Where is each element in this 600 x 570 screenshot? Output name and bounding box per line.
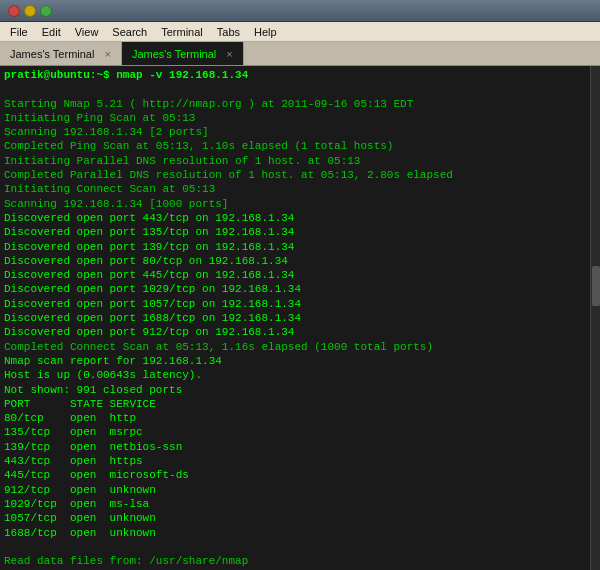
terminal-line-16: Discovered open port 1057/tcp on 192.168… [4,297,586,311]
terminal-line-14: Discovered open port 445/tcp on 192.168.… [4,268,586,282]
terminal-line-22: Not shown: 991 closed ports [4,383,586,397]
title-bar [0,0,600,22]
terminal-line-1 [4,82,586,96]
terminal-line-8: Initiating Connect Scan at 05:13 [4,182,586,196]
terminal-wrapper: pratik@ubuntu:~$ nmap -v 192.168.1.34 St… [0,66,600,570]
menu-item-file[interactable]: File [4,24,34,40]
menu-item-edit[interactable]: Edit [36,24,67,40]
terminal-content[interactable]: pratik@ubuntu:~$ nmap -v 192.168.1.34 St… [0,66,590,570]
terminal-line-3: Initiating Ping Scan at 05:13 [4,111,586,125]
terminal-line-23: PORT STATE SERVICE [4,397,586,411]
terminal-line-19: Completed Connect Scan at 05:13, 1.16s e… [4,340,586,354]
terminal-line-20: Nmap scan report for 192.168.1.34 [4,354,586,368]
terminal-line-25: 135/tcp open msrpc [4,425,586,439]
terminal-line-5: Completed Ping Scan at 05:13, 1.10s elap… [4,139,586,153]
menu-item-help[interactable]: Help [248,24,283,40]
menu-item-tabs[interactable]: Tabs [211,24,246,40]
menu-item-terminal[interactable]: Terminal [155,24,209,40]
terminal-line-11: Discovered open port 135/tcp on 192.168.… [4,225,586,239]
terminal-line-10: Discovered open port 443/tcp on 192.168.… [4,211,586,225]
terminal-line-34: Read data files from: /usr/share/nmap [4,554,586,568]
terminal-line-4: Scanning 192.168.1.34 [2 ports] [4,125,586,139]
maximize-button[interactable] [40,5,52,17]
terminal-line-21: Host is up (0.00643s latency). [4,368,586,382]
tab-close-1[interactable]: × [226,48,232,60]
terminal-line-32: 1688/tcp open unknown [4,526,586,540]
window-buttons [8,5,52,17]
terminal-line-17: Discovered open port 1688/tcp on 192.168… [4,311,586,325]
terminal-line-12: Discovered open port 139/tcp on 192.168.… [4,240,586,254]
menu-item-view[interactable]: View [69,24,105,40]
terminal-line-15: Discovered open port 1029/tcp on 192.168… [4,282,586,296]
menu-bar: FileEditViewSearchTerminalTabsHelp [0,22,600,42]
tab-1[interactable]: James's Terminal× [122,42,244,65]
terminal-line-9: Scanning 192.168.1.34 [1000 ports] [4,197,586,211]
terminal-line-26: 139/tcp open netbios-ssn [4,440,586,454]
terminal-line-28: 445/tcp open microsoft-ds [4,468,586,482]
terminal-line-18: Discovered open port 912/tcp on 192.168.… [4,325,586,339]
terminal-line-0: pratik@ubuntu:~$ nmap -v 192.168.1.34 [4,68,586,82]
terminal-line-29: 912/tcp open unknown [4,483,586,497]
terminal-line-27: 443/tcp open https [4,454,586,468]
tab-bar: James's Terminal×James's Terminal× [0,42,600,66]
terminal-line-13: Discovered open port 80/tcp on 192.168.1… [4,254,586,268]
terminal-line-7: Completed Parallel DNS resolution of 1 h… [4,168,586,182]
scrollbar-thumb[interactable] [592,266,600,306]
terminal-line-24: 80/tcp open http [4,411,586,425]
terminal-line-30: 1029/tcp open ms-lsa [4,497,586,511]
tab-close-0[interactable]: × [104,48,110,60]
scrollbar[interactable] [590,66,600,570]
terminal-line-6: Initiating Parallel DNS resolution of 1 … [4,154,586,168]
minimize-button[interactable] [24,5,36,17]
tab-0[interactable]: James's Terminal× [0,42,122,65]
terminal-line-33 [4,540,586,554]
menu-item-search[interactable]: Search [106,24,153,40]
terminal-line-31: 1057/tcp open unknown [4,511,586,525]
close-button[interactable] [8,5,20,17]
terminal-line-2: Starting Nmap 5.21 ( http://nmap.org ) a… [4,97,586,111]
